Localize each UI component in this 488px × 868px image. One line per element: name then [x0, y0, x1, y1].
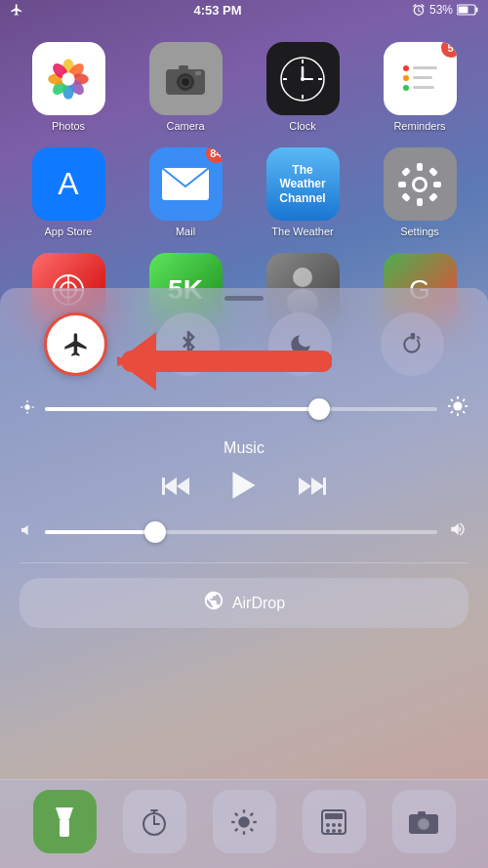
- mail-svg: [161, 167, 210, 201]
- music-label: Music: [0, 439, 488, 457]
- bluetooth-icon: [178, 331, 199, 358]
- airdrop-icon: [203, 590, 224, 616]
- app-label-photos: Photos: [52, 120, 85, 132]
- volume-slider[interactable]: [45, 530, 437, 534]
- airdrop-button[interactable]: AirDrop: [20, 578, 468, 628]
- rewind-icon: [162, 475, 191, 497]
- camera-shortcut-button[interactable]: [392, 790, 456, 853]
- status-left: [10, 3, 23, 17]
- bluetooth-toggle[interactable]: [156, 312, 220, 376]
- status-bar: 4:53 PM 53%: [0, 0, 488, 20]
- brightness-thumb[interactable]: [308, 398, 330, 420]
- svg-rect-92: [325, 813, 343, 819]
- brightness-slider[interactable]: [45, 407, 437, 411]
- svg-point-26: [403, 65, 409, 71]
- playback-row: [0, 471, 488, 507]
- svg-rect-29: [413, 76, 432, 79]
- drag-handle[interactable]: [224, 296, 264, 301]
- svg-point-98: [338, 829, 342, 833]
- play-button[interactable]: [230, 471, 258, 507]
- timer-button[interactable]: [123, 790, 186, 853]
- app-item-photos[interactable]: Photos: [10, 34, 127, 140]
- svg-point-95: [338, 823, 342, 827]
- svg-point-52: [24, 404, 29, 409]
- svg-line-64: [451, 411, 453, 413]
- svg-point-93: [326, 823, 330, 827]
- rewind-button[interactable]: [162, 475, 191, 502]
- svg-rect-39: [401, 167, 411, 177]
- play-icon: [230, 471, 258, 500]
- moon-icon: [288, 332, 313, 357]
- flashlight-button[interactable]: [33, 790, 97, 853]
- svg-rect-40: [428, 167, 438, 177]
- svg-marker-71: [311, 477, 324, 495]
- svg-marker-75: [56, 807, 73, 819]
- camera-tool-icon: [408, 809, 439, 835]
- svg-line-87: [235, 812, 237, 814]
- settings-svg: [396, 161, 443, 208]
- svg-rect-68: [162, 477, 165, 495]
- calculator-button[interactable]: [303, 790, 366, 853]
- app-label-weather: The Weather: [271, 226, 333, 237]
- mail-badge: 84: [206, 147, 222, 163]
- svg-point-48: [293, 268, 312, 287]
- svg-rect-16: [179, 65, 188, 70]
- app-icon-clock: [266, 42, 340, 115]
- do-not-disturb-toggle[interactable]: [268, 312, 332, 376]
- app-item-settings[interactable]: Settings: [361, 140, 478, 245]
- svg-point-28: [403, 75, 409, 81]
- svg-marker-66: [164, 477, 177, 495]
- svg-rect-76: [60, 819, 69, 837]
- volume-row: [0, 520, 488, 543]
- alarm-icon: [412, 3, 426, 17]
- volume-min-icon: [20, 522, 35, 541]
- volume-fill: [45, 530, 155, 534]
- status-time: 4:53 PM: [193, 3, 241, 18]
- app-item-camera[interactable]: Camera: [127, 34, 244, 140]
- app-item-appstore[interactable]: A App Store: [10, 140, 127, 245]
- svg-rect-17: [195, 71, 201, 75]
- brightness-row: [0, 395, 488, 422]
- svg-point-94: [332, 823, 336, 827]
- airplane-mode-toggle[interactable]: [44, 312, 107, 376]
- app-item-weather[interactable]: TheWeatherChannel The Weather: [244, 140, 361, 245]
- toggle-row: [0, 312, 488, 376]
- volume-thumb[interactable]: [144, 521, 166, 543]
- airdrop-label: AirDrop: [232, 595, 285, 612]
- fastforward-icon: [297, 475, 326, 497]
- app-item-reminders[interactable]: 5 Reminders: [361, 34, 478, 140]
- reminders-svg: [398, 57, 442, 101]
- app-item-clock[interactable]: Clock: [244, 34, 361, 140]
- app-label-mail: Mail: [176, 226, 195, 237]
- svg-rect-2: [458, 7, 468, 14]
- svg-rect-51: [410, 333, 414, 340]
- app-icon-weather: TheWeatherChannel: [266, 147, 340, 221]
- svg-rect-102: [418, 811, 426, 815]
- app-item-mail[interactable]: 84 Mail: [127, 140, 244, 245]
- svg-marker-74: [451, 523, 459, 535]
- nightshift-icon: [230, 808, 258, 836]
- rotation-lock-toggle[interactable]: [381, 312, 444, 376]
- svg-marker-73: [21, 525, 28, 536]
- svg-point-30: [403, 85, 409, 91]
- timer-icon: [140, 807, 169, 837]
- svg-point-11: [61, 72, 74, 85]
- svg-text:A: A: [58, 166, 79, 201]
- fastforward-button[interactable]: [297, 475, 326, 502]
- svg-rect-41: [401, 192, 411, 202]
- svg-point-101: [420, 820, 427, 828]
- battery-percent: 53%: [429, 3, 453, 17]
- app-label-clock: Clock: [289, 120, 316, 132]
- brightness-max-icon: [447, 395, 468, 422]
- calculator-icon: [320, 808, 347, 836]
- nightshift-button[interactable]: [213, 790, 276, 853]
- flashlight-icon: [52, 806, 77, 839]
- divider: [20, 562, 468, 563]
- battery-icon: [457, 4, 478, 16]
- svg-rect-72: [323, 477, 326, 495]
- camera-svg: [164, 62, 207, 97]
- svg-line-88: [251, 828, 253, 830]
- app-icon-reminders: 5: [384, 42, 457, 115]
- svg-line-63: [463, 411, 465, 413]
- photos-svg: [44, 55, 93, 103]
